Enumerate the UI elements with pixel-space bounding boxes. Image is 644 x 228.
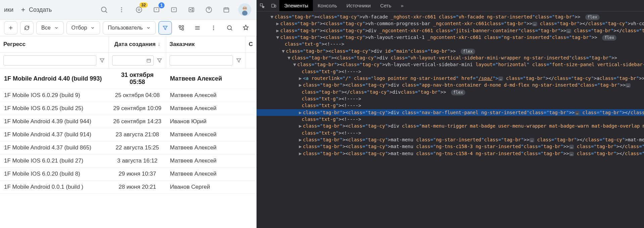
dom-tree-node[interactable]: class="txt-g"><!----> (257, 130, 644, 136)
create-label: Создать (29, 6, 52, 13)
selection-dropdown[interactable]: Отбор (66, 21, 100, 35)
svg-point-0 (101, 7, 106, 12)
data-table-wrapper: Регресс Дата создания↓ Заказчик С 1F Mob… (0, 36, 257, 228)
dom-tree-node[interactable]: ▶class="tag-br"><class="tag-cy">mat-menu… (257, 150, 644, 157)
dom-tree-node[interactable]: ▶class="tag-br"><class="tag-cy">div _ngc… (257, 27, 644, 34)
table-row[interactable]: 1F Mobile Android 4.40 (build 993)31 окт… (0, 69, 257, 89)
inspect-icon (260, 3, 265, 8)
kebab-icon (211, 25, 217, 31)
top-toolbar: ики Создать 32 1 (0, 0, 257, 19)
header-date[interactable]: Дата создания↓ (109, 36, 166, 53)
cell-name: 1F Mobile IOS 6.0.29 (build 9) (0, 89, 109, 102)
cell-date: 31 октября 05:58 (109, 69, 166, 89)
more-button[interactable] (207, 21, 220, 35)
dom-tree-node[interactable]: ▼class="tag-br"><class="tag-cy">div id="… (257, 48, 644, 54)
svg-point-4 (136, 7, 142, 13)
filter-toolbar: Все Отбор Пользователь (0, 19, 257, 36)
funnel-icon[interactable] (236, 57, 242, 63)
dom-tree-node[interactable]: ▶class="tag-br"><class="tag-cy">mat-menu… (257, 136, 644, 143)
table-row[interactable]: 1F Mobile Android 4.39 (build 944)26 сен… (0, 115, 257, 128)
tree-view-button[interactable] (175, 21, 188, 35)
tab-elements[interactable]: Элементы (279, 0, 313, 11)
dom-tree-node[interactable]: ▼class="tag-br"><class="tag-cy">vh-layou… (257, 61, 644, 68)
share-button[interactable] (186, 4, 197, 15)
calendar-button[interactable] (221, 4, 232, 15)
dom-tree-node[interactable]: ▶class="tag-br"><class="tag-cy">mat-menu… (257, 143, 644, 150)
table-row[interactable]: 1F Mobile IOS 6.0.20 (build 8)29 июня 10… (0, 168, 257, 181)
header-customer[interactable]: Заказчик (166, 36, 245, 53)
dom-tree-node[interactable]: ▶<a routerlink="/" class="logo pointer n… (257, 75, 644, 82)
svg-point-9 (192, 8, 193, 9)
filter-regress-input[interactable] (3, 55, 96, 65)
create-button[interactable]: Создать (17, 6, 54, 13)
add-button[interactable] (4, 21, 17, 35)
header-extra[interactable]: С (245, 36, 256, 53)
user-dropdown[interactable]: Пользователь (103, 21, 156, 35)
dom-tree-node[interactable]: ▶class="tag-br"><class="tag-cy">div clas… (257, 123, 644, 129)
dom-tree[interactable]: ▼class="tag-br"><class="tag-cy">vh-facad… (257, 11, 644, 228)
funnel-filter-button[interactable] (158, 21, 172, 35)
table-row[interactable]: 1F Mobile IOS 6.0.29 (build 9)25 октября… (0, 89, 257, 102)
dom-tree-node[interactable]: class="txt-g"><!----> (257, 102, 644, 109)
dom-tree-node[interactable]: ▶class="tag-br"><class="tag-cy">vh-commo… (257, 20, 644, 27)
tab-console[interactable]: Консоль (313, 0, 342, 11)
dom-tree-node[interactable]: ▼class="tag-br"><class="tag-cy">vh-facad… (257, 13, 644, 20)
cell-name: 1F Mobile Android 4.37 (build 865) (0, 141, 109, 154)
kebab-menu-button[interactable] (116, 4, 127, 15)
top-left-group: ики Создать (3, 6, 54, 13)
inspect-tool-button[interactable] (257, 0, 268, 11)
svg-rect-19 (182, 26, 184, 27)
cell-name: 1F Mobile IOS 6.0.25 (build 25) (0, 102, 109, 115)
table-row[interactable]: 1F Mobile Android 4.37 (build 914)23 авг… (0, 128, 257, 141)
refresh-button[interactable] (20, 21, 34, 35)
svg-rect-27 (272, 4, 274, 7)
table-row[interactable]: 1F Mobile Android 0.0.1 (build )28 июня … (0, 181, 257, 194)
cell-name: 1F Mobile Android 4.39 (build 944) (0, 115, 109, 128)
cell-date: 3 августа 16:12 (109, 154, 166, 168)
top-right-group: 32 1 (99, 3, 254, 16)
chevron-down-icon (146, 26, 151, 30)
svg-rect-12 (224, 8, 229, 12)
dom-tree-node[interactable]: class="txt-g"><!----> (257, 116, 644, 123)
device-toggle-button[interactable] (268, 0, 279, 11)
cell-customer: Матвеев Алексей (166, 168, 245, 181)
cell-date: 25 октября 04:08 (109, 89, 166, 102)
chevron-down-icon (90, 26, 95, 30)
all-dropdown[interactable]: Все (36, 21, 64, 35)
tab-network[interactable]: Сеть (375, 0, 396, 11)
data-table: Регресс Дата создания↓ Заказчик С 1F Mob… (0, 36, 257, 194)
cell-date: 22 августа 15:25 (109, 141, 166, 154)
search-button[interactable] (99, 4, 109, 15)
alert-button[interactable] (169, 4, 179, 15)
tab-sources[interactable]: Источники (342, 0, 375, 11)
table-row[interactable]: 1F Mobile IOS 6.0.25 (build 25)29 сентяб… (0, 102, 257, 115)
tab-more[interactable]: » (396, 0, 408, 11)
help-button[interactable] (203, 4, 214, 15)
svg-rect-7 (189, 8, 194, 12)
dom-tree-node[interactable]: ▶class="tag-br"><class="tag-cy">div clas… (257, 109, 644, 116)
header-regress[interactable]: Регресс (0, 36, 109, 53)
svg-point-22 (213, 28, 214, 29)
filter-customer-input[interactable] (170, 55, 233, 65)
dom-tree-node[interactable]: ▼class="tag-br"><class="tag-cy">vh-layou… (257, 34, 644, 41)
inbox-button[interactable]: 1 (151, 4, 162, 15)
dom-tree-node[interactable]: class="txt-g"><!----> (257, 41, 644, 47)
star-button[interactable] (239, 21, 252, 35)
dom-tree-node[interactable]: ▼class="tag-br"><class="tag-cy">div clas… (257, 54, 644, 61)
device-icon (271, 3, 276, 8)
dom-tree-node[interactable]: class="txt-g"><!----> (257, 68, 644, 75)
user-avatar[interactable] (238, 3, 251, 16)
filter-date-input[interactable] (112, 55, 154, 65)
list-view-button[interactable] (191, 21, 204, 35)
funnel-icon[interactable] (99, 57, 105, 63)
table-row[interactable]: 1F Mobile Android 4.37 (build 865)22 авг… (0, 141, 257, 154)
app-panel: ики Создать 32 1 (0, 0, 257, 228)
funnel-icon (162, 25, 168, 31)
table-row[interactable]: 1F Mobile IOS 6.0.21 (build 27)3 августа… (0, 154, 257, 168)
funnel-icon[interactable] (156, 57, 163, 63)
favorites-button[interactable]: 32 (134, 4, 144, 15)
sort-desc-icon: ↓ (157, 41, 160, 47)
dom-tree-node[interactable]: class="txt-g"><!----> (257, 95, 644, 102)
dom-tree-node[interactable]: ▶class="tag-br"><class="tag-cy">div clas… (257, 82, 644, 95)
table-search-button[interactable] (223, 21, 236, 35)
